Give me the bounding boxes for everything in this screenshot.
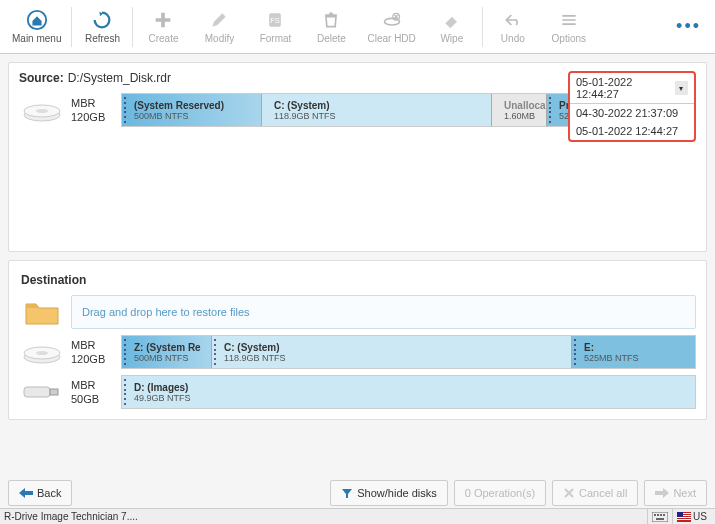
drag-handle-icon[interactable] <box>123 338 129 366</box>
source-header: Source: D:/System_Disk.rdr Image date/ti… <box>19 71 696 85</box>
svg-rect-16 <box>660 514 662 516</box>
partition[interactable]: Unallocat1.60MB <box>492 94 547 126</box>
arrow-left-icon <box>19 488 33 498</box>
format-button[interactable]: FS Format <box>247 5 303 48</box>
partition[interactable]: C: (System)118.9GB NTFS <box>262 94 492 126</box>
keyboard-indicator[interactable] <box>647 509 672 524</box>
source-path: D:/System_Disk.rdr <box>68 71 171 85</box>
clear-hdd-icon <box>381 9 403 31</box>
partition[interactable]: D: (Images)49.9GB NTFS <box>122 376 695 408</box>
trash-icon <box>320 9 342 31</box>
drag-handle-icon[interactable] <box>123 96 129 124</box>
destination-disk-row: MBR50GBD: (Images)49.9GB NTFS <box>19 375 696 409</box>
undo-icon <box>502 9 524 31</box>
create-button[interactable]: Create <box>135 5 191 48</box>
svg-rect-18 <box>656 518 664 520</box>
date-option[interactable]: 05-01-2022 12:44:27 <box>570 122 694 140</box>
date-option-selected[interactable]: 05-01-2022 12:44:27 ▾ <box>570 73 694 104</box>
partition[interactable]: (System Reserved)500MB NTFS <box>122 94 262 126</box>
partition-sub: 1.60MB <box>504 111 542 121</box>
partition-name: Unallocat <box>504 100 542 111</box>
more-button[interactable]: ••• <box>676 16 711 37</box>
cancel-all-button: Cancel all <box>552 480 638 506</box>
partition-name: Z: (System Re <box>134 342 207 353</box>
format-label: Format <box>260 33 292 44</box>
svg-rect-17 <box>663 514 665 516</box>
destination-panel: Destination Drag and drop here to restor… <box>8 260 707 420</box>
folder-icon <box>19 297 65 327</box>
chevron-down-icon: ▾ <box>675 81 689 95</box>
partition[interactable]: C: (System)118.9GB NTFS <box>212 336 572 368</box>
home-icon <box>26 9 48 31</box>
delete-button[interactable]: Delete <box>303 5 359 48</box>
partition[interactable]: E:525MB NTFS <box>572 336 695 368</box>
usb-icon <box>19 377 65 407</box>
drag-handle-icon[interactable] <box>548 96 554 124</box>
arrow-right-icon <box>655 488 669 498</box>
main-menu-label: Main menu <box>12 33 61 44</box>
partition-sub: 49.9GB NTFS <box>134 393 691 403</box>
destination-label: Destination <box>21 273 696 287</box>
partition-sub: 500MB NTFS <box>134 111 257 121</box>
options-label: Options <box>552 33 586 44</box>
flag-icon <box>677 512 691 522</box>
modify-label: Modify <box>205 33 234 44</box>
back-button[interactable]: Back <box>8 480 72 506</box>
dropzone[interactable]: Drag and drop here to restore files <box>71 295 696 329</box>
close-icon <box>563 487 575 499</box>
eraser-icon <box>441 9 463 31</box>
partition-sub: 500MB NTFS <box>134 353 207 363</box>
partition-name: D: (Images) <box>134 382 691 393</box>
keyboard-icon <box>652 512 668 522</box>
drag-handle-icon[interactable] <box>213 338 219 366</box>
svg-rect-11 <box>24 387 50 397</box>
clear-hdd-button[interactable]: Clear HDD <box>359 5 423 48</box>
toolbar: Main menu Refresh Create Modify FS Forma… <box>0 0 715 54</box>
wipe-button[interactable]: Wipe <box>424 5 480 48</box>
date-dropdown[interactable]: 05-01-2022 12:44:27 ▾ 04-30-2022 21:37:0… <box>568 71 696 142</box>
footer: Back Show/hide disks 0 Operation(s) Canc… <box>8 480 707 506</box>
modify-button[interactable]: Modify <box>191 5 247 48</box>
operations-button: 0 Operation(s) <box>454 480 546 506</box>
options-button[interactable]: Options <box>541 5 597 48</box>
svg-rect-13 <box>652 512 668 522</box>
undo-label: Undo <box>501 33 525 44</box>
status-app: R-Drive Image Technician 7.... <box>4 511 138 522</box>
svg-text:FS: FS <box>271 16 281 25</box>
format-icon: FS <box>264 9 286 31</box>
drag-handle-icon[interactable] <box>573 338 579 366</box>
plus-icon <box>152 9 174 31</box>
svg-rect-24 <box>677 512 683 517</box>
destination-disk-row: MBR120GBZ: (System Re500MB NTFSC: (Syste… <box>19 335 696 369</box>
drag-handle-icon[interactable] <box>123 378 129 406</box>
refresh-button[interactable]: Refresh <box>74 5 130 48</box>
refresh-label: Refresh <box>85 33 120 44</box>
date-option[interactable]: 04-30-2022 21:37:09 <box>570 104 694 122</box>
dropzone-row: Drag and drop here to restore files <box>19 295 696 329</box>
svg-rect-14 <box>654 514 656 516</box>
partition-name: C: (System) <box>274 100 487 111</box>
clear-hdd-label: Clear HDD <box>367 33 415 44</box>
destination-disk-bar[interactable]: D: (Images)49.9GB NTFS <box>121 375 696 409</box>
destination-disk-bar[interactable]: Z: (System Re500MB NTFSC: (System)118.9G… <box>121 335 696 369</box>
hdd-icon <box>19 95 65 125</box>
wipe-label: Wipe <box>440 33 463 44</box>
disk-meta: MBR 120GB <box>71 96 121 125</box>
show-hide-disks-button[interactable]: Show/hide disks <box>330 480 448 506</box>
image-date-group: Image date/time: 05-01-2022 12:44:27 ▾ 0… <box>597 71 696 85</box>
partition[interactable]: Z: (System Re500MB NTFS <box>122 336 212 368</box>
create-label: Create <box>148 33 178 44</box>
partition-name: C: (System) <box>224 342 567 353</box>
delete-label: Delete <box>317 33 346 44</box>
next-button: Next <box>644 480 707 506</box>
undo-button[interactable]: Undo <box>485 5 541 48</box>
svg-rect-15 <box>657 514 659 516</box>
main-menu-button[interactable]: Main menu <box>4 5 69 48</box>
svg-rect-12 <box>50 389 58 395</box>
language-indicator[interactable]: US <box>672 509 711 524</box>
source-label: Source: <box>19 71 64 85</box>
svg-point-7 <box>36 109 48 113</box>
partition-sub: 118.9GB NTFS <box>224 353 567 363</box>
disk-meta: MBR50GB <box>71 378 121 407</box>
source-panel: Source: D:/System_Disk.rdr Image date/ti… <box>8 62 707 252</box>
